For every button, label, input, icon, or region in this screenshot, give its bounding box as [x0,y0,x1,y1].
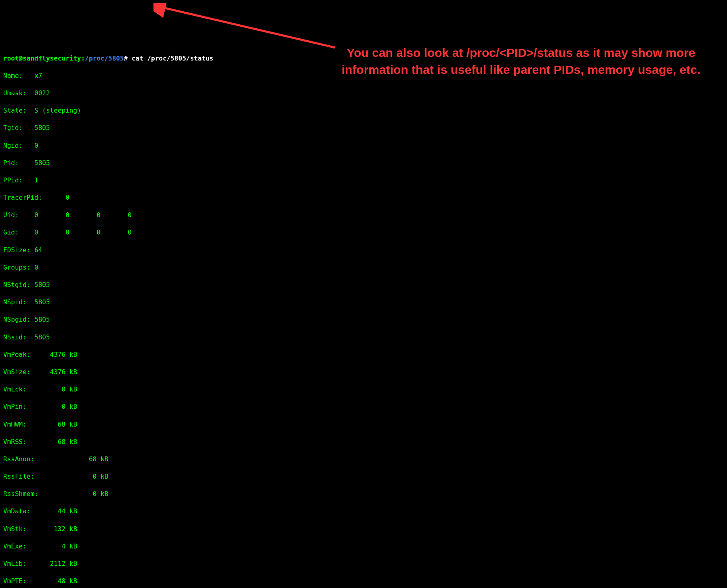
output-line: VmPTE: 48 kB [3,577,724,586]
prompt-colon: : [81,54,85,62]
prompt-path: /proc/5805 [85,54,124,62]
output-line: Pid: 5805 [3,159,724,167]
output-line: Tgid: 5805 [3,123,724,132]
output-line: NStgid: 5805 [3,280,724,289]
output-line: VmSize: 4376 kB [3,368,724,377]
output-line: NSsid: 5805 [3,333,724,342]
output-line: FDSize: 64 [3,246,724,255]
output-line: PPid: 1 [3,176,724,185]
prompt-symbol: # [124,54,128,62]
output-line: Gid: 0 0 0 0 [3,228,724,237]
output-line: VmPeak: 4376 kB [3,350,724,359]
command-text: cat /proc/5805/status [128,54,213,62]
output-line: VmHWM: 68 kB [3,420,724,429]
output-line: Ngid: 0 [3,141,724,150]
prompt-user-host: root@sandflysecurity [3,54,81,62]
output-line: RssShmem: 0 kB [3,490,724,498]
terminal-container[interactable]: root@sandflysecurity:/proc/5805# cat /pr… [3,36,724,588]
output-line: State: S (sleeping) [3,106,724,115]
output-line: VmData: 44 kB [3,507,724,516]
output-line: VmExe: 4 kB [3,542,724,551]
output-line: Uid: 0 0 0 0 [3,211,724,220]
command-output: Name: x7 Umask: 0022 State: S (sleeping)… [3,71,724,588]
output-line: Groups: 0 [3,263,724,272]
output-line: RssFile: 0 kB [3,472,724,481]
output-line: RssAnon: 68 kB [3,455,724,464]
output-line: TracerPid: 0 [3,193,724,202]
output-line: VmLib: 2112 kB [3,559,724,568]
output-line: NSpid: 5805 [3,298,724,307]
output-line: VmStk: 132 kB [3,525,724,534]
output-line: VmRSS: 68 kB [3,437,724,446]
output-line: NSpgid: 5805 [3,315,724,324]
output-line: Umask: 0022 [3,89,724,98]
output-line: VmLck: 0 kB [3,385,724,394]
annotation-text: You can also look at /proc/<PID>/status … [335,44,707,78]
output-line: VmPin: 0 kB [3,402,724,411]
